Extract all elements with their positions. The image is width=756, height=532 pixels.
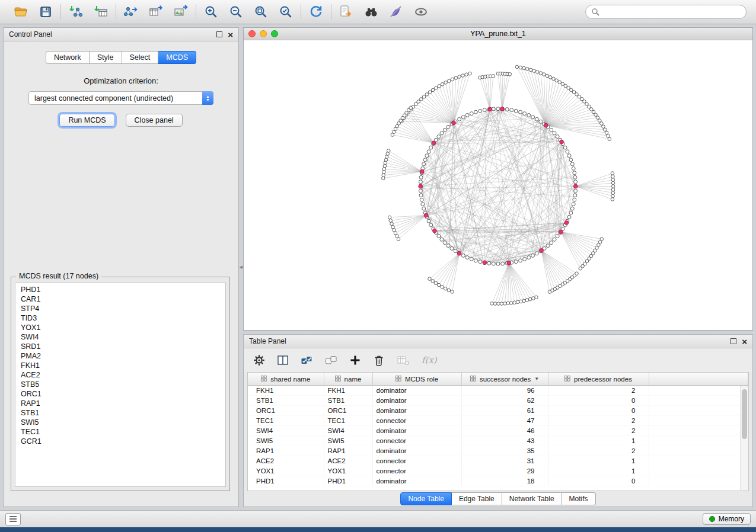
import-network-icon[interactable] (67, 3, 85, 21)
table-scrollbar[interactable] (740, 386, 748, 491)
import-table-icon[interactable] (92, 3, 110, 21)
table-panel-title: Table Panel (249, 337, 286, 345)
mcds-result-item[interactable]: YOX1 (21, 323, 225, 332)
mcds-result-item[interactable]: FKH1 (21, 361, 225, 370)
visual-style-icon[interactable] (387, 3, 405, 21)
memory-button[interactable]: Memory (703, 513, 751, 525)
table-row[interactable]: SWI5SWI5connector431 (248, 436, 748, 446)
mcds-result-item[interactable]: STB1 (21, 408, 225, 418)
network-graph[interactable] (244, 40, 752, 330)
mcds-result-item[interactable]: GCR1 (21, 437, 225, 446)
close-panel-icon[interactable]: × (228, 30, 233, 39)
sort-caret-icon[interactable]: ▼ (534, 376, 539, 382)
cytoscape-window: Control Panel × NetworkStyleSelectMCDS O… (0, 0, 756, 527)
zoom-in-icon[interactable] (202, 3, 220, 21)
table-settings-gear-icon[interactable] (253, 354, 265, 366)
select-stepper-icon: ▲▼ (202, 91, 213, 105)
show-hide-eye-icon[interactable] (412, 3, 430, 21)
mcds-result-list[interactable]: PHD1CAR1STP4TID3YOX1SWI4SRD1PMA2FKH1ACE2… (15, 283, 226, 487)
minimize-window-icon[interactable] (260, 30, 267, 37)
tab-motifs[interactable]: Motifs (562, 492, 596, 505)
table-row[interactable]: ORC1ORC1dominator610 (248, 406, 748, 416)
network-canvas[interactable] (244, 40, 752, 330)
select-all-icon[interactable] (301, 354, 313, 366)
mcds-result-item[interactable]: SRD1 (21, 342, 225, 351)
column-header-successor-nodes[interactable]: successor nodes▼ (461, 373, 548, 386)
close-table-panel-icon[interactable]: × (742, 337, 747, 346)
panel-splitter[interactable]: ◀ (239, 27, 243, 507)
close-panel-button[interactable]: Close panel (126, 114, 183, 127)
toolbar-search (585, 5, 747, 19)
column-header-predecessor-nodes[interactable]: predecessor nodes (548, 373, 649, 386)
split-columns-icon[interactable] (277, 354, 289, 366)
optimization-select-value: largest connected component (undirected) (34, 94, 173, 102)
mcds-result-title: MCDS result (17 nodes) (16, 272, 101, 280)
tab-network-table[interactable]: Network Table (502, 492, 562, 505)
add-column-icon[interactable] (349, 354, 361, 366)
table-row[interactable]: STB1STB1dominator620 (248, 396, 748, 406)
export-table-icon[interactable] (147, 3, 165, 21)
control-panel: Control Panel × NetworkStyleSelectMCDS O… (3, 27, 239, 507)
scrollbar-thumb[interactable] (742, 389, 747, 439)
delete-table-icon[interactable] (397, 354, 410, 366)
tab-network[interactable]: Network (46, 51, 90, 64)
run-mcds-button[interactable]: Run MCDS (59, 114, 114, 127)
optimization-select[interactable]: largest connected component (undirected)… (28, 91, 213, 105)
table-row[interactable]: FKH1FKH1dominator962 (248, 386, 748, 396)
column-header-name[interactable]: name (324, 373, 372, 386)
mcds-result-item[interactable]: SWI5 (21, 418, 225, 427)
zoom-selected-icon[interactable] (277, 3, 295, 21)
table-row[interactable]: RAP1RAP1dominator352 (248, 446, 748, 456)
share-document-icon[interactable] (337, 3, 355, 21)
mcds-result-item[interactable]: STB5 (21, 380, 225, 389)
mcds-result-item[interactable]: ACE2 (21, 370, 225, 380)
column-header-mcds-role[interactable]: MCDS role (372, 373, 461, 386)
mcds-result-item[interactable]: PMA2 (21, 351, 225, 361)
mcds-result-item[interactable]: TID3 (21, 313, 225, 323)
table-row[interactable]: PHD1PHD1dominator180 (248, 476, 748, 486)
search-input[interactable] (603, 7, 741, 17)
control-panel-tabs: NetworkStyleSelectMCDS (4, 51, 238, 64)
table-row[interactable]: YOX1YOX1connector291 (248, 466, 748, 476)
find-binoculars-icon[interactable] (362, 3, 380, 21)
refresh-icon[interactable] (307, 3, 325, 21)
deselect-all-icon[interactable] (325, 354, 337, 366)
export-image-icon[interactable] (172, 3, 190, 21)
table-row[interactable]: ACE2ACE2connector311 (248, 456, 748, 466)
close-window-icon[interactable] (248, 30, 256, 37)
zoom-fit-icon[interactable] (252, 3, 270, 21)
float-table-panel-icon[interactable] (731, 338, 736, 344)
mcds-result-item[interactable]: TEC1 (21, 427, 225, 437)
float-panel-icon[interactable] (216, 31, 222, 37)
zoom-out-icon[interactable] (227, 3, 245, 21)
column-type-icon (564, 376, 570, 383)
column-header-shared-name[interactable]: shared name (248, 373, 324, 386)
delete-column-icon[interactable] (373, 354, 385, 367)
table-row[interactable]: SWI4SWI4dominator462 (248, 426, 748, 436)
tab-edge-table[interactable]: Edge Table (452, 492, 502, 505)
tab-style[interactable]: Style (90, 51, 122, 64)
mcds-result-item[interactable]: ORC1 (21, 389, 225, 399)
collapse-arrow-icon[interactable]: ◀ (240, 265, 243, 270)
maximize-window-icon[interactable] (271, 30, 278, 37)
table-row[interactable]: TEC1TEC1connector472 (248, 416, 748, 426)
mcds-result-item[interactable]: PHD1 (21, 285, 225, 294)
tab-mcds[interactable]: MCDS (158, 51, 196, 64)
mcds-result-item[interactable]: CAR1 (21, 294, 225, 304)
save-icon[interactable] (37, 3, 55, 21)
mcds-result-item[interactable]: SWI4 (21, 332, 225, 342)
tab-node-table[interactable]: Node Table (400, 492, 452, 505)
function-builder-icon[interactable]: f(x) (422, 355, 437, 366)
mcds-result-item[interactable]: RAP1 (21, 399, 225, 408)
memory-label: Memory (719, 515, 744, 523)
table-panel: Table Panel × (243, 334, 753, 507)
export-group (116, 3, 196, 21)
network-window-titlebar: YPA_prune.txt_1 (244, 28, 752, 40)
export-network-icon[interactable] (122, 3, 140, 21)
column-type-icon (261, 376, 267, 383)
open-file-icon[interactable] (12, 3, 30, 21)
zoom-group (196, 3, 301, 21)
hidden-panels-menu-icon[interactable] (5, 513, 21, 525)
mcds-result-item[interactable]: STP4 (21, 304, 225, 313)
tab-select[interactable]: Select (122, 51, 159, 64)
